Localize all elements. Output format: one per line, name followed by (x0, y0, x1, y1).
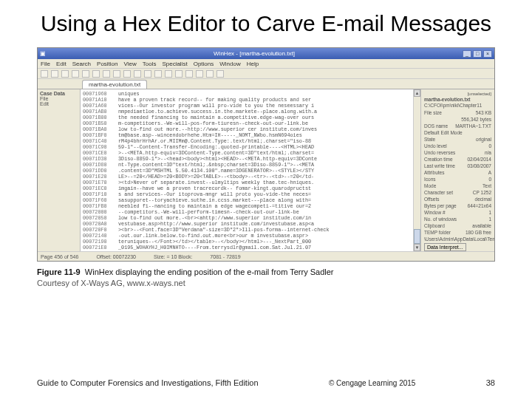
offset-col: 00071EC0 (83, 185, 118, 191)
toolbar-icon[interactable] (113, 70, 120, 78)
figure-courtesy: Courtesy of X-Ways AG, www.x-ways.net (37, 279, 495, 287)
close-button[interactable]: × (483, 50, 492, 58)
minimize-button[interactable]: _ (463, 50, 471, 58)
menu-search[interactable]: Search (72, 61, 91, 67)
toolbar-icon[interactable] (175, 70, 183, 78)
toolbar-icon[interactable] (206, 70, 214, 78)
hex-row[interactable]: 00071960uniques (83, 91, 411, 97)
data-interpreter-button[interactable]: Data Interpret... (424, 243, 466, 251)
offset-col: 00072000 (83, 209, 118, 215)
toolbar-icon[interactable] (92, 70, 100, 78)
text-col: .content=3D"MSHTML 5.50.4134.100".name=3… (118, 168, 411, 174)
toolbar-icon[interactable] (196, 70, 203, 78)
maximize-button[interactable]: □ (473, 50, 482, 58)
offset-col: 00072050 (83, 215, 118, 221)
toolbar-icon[interactable] (134, 70, 141, 78)
detail-key: Icons (424, 176, 436, 183)
detail-value: 02/04/2014 (467, 156, 491, 163)
detail-row: Clipboardavailable (424, 222, 491, 229)
toolbar-icon[interactable] (154, 70, 162, 78)
hex-row[interactable]: 000720F0><br>--<Font.face=3D"Verdana"-si… (83, 227, 411, 233)
hex-row[interactable]: 00071B50m-competitoers.-We-will-pos-form… (83, 120, 411, 126)
detail-value: \Users\Admin\AppData\Local\Temp (424, 236, 494, 242)
text-col: low to-find out more.--http://www.superi… (118, 126, 411, 132)
menu-window[interactable]: Window (219, 61, 240, 67)
hex-row[interactable]: 00071E20LE>--=20</HEAD>=20<BODY>=20<TABL… (83, 174, 411, 180)
vertical-scrollbar[interactable]: ▲ ▼ (413, 89, 420, 251)
hex-row[interactable]: 00071CE0>--<META.http-equiv=3DContent-Ty… (83, 150, 411, 156)
menu-file[interactable]: File (41, 61, 50, 67)
hex-row[interactable]: 00071D80nt-Type.content=3D"text/html;.&n… (83, 162, 411, 168)
offset-col: 00071B50 (83, 120, 118, 126)
hex-row[interactable]: 00071C40rM4p4bhrHrhAr.or.MIIMm@.Content.… (83, 138, 411, 144)
toolbar-icon[interactable] (82, 70, 89, 78)
footer-page: 38 (486, 378, 495, 387)
hex-row[interactable]: 00071DD0.content=3D"MSHTML 5.50.4134.100… (83, 168, 411, 174)
toolbar-icon[interactable] (123, 70, 131, 78)
detail-row: Offsetsdecimal (424, 196, 491, 202)
toolbar-icon[interactable] (165, 70, 172, 78)
hex-row[interactable]: 00071C9059-1"--Content-Transfer-Encoding… (83, 144, 411, 150)
menu-view[interactable]: View (124, 61, 137, 67)
app-icon: ▣ (40, 50, 46, 57)
menu-specialist[interactable]: Specialist (162, 61, 187, 67)
hex-row[interactable]: 00071A10have a proven track record-- for… (83, 97, 411, 103)
status-size-label: Size: (154, 254, 166, 259)
menu-edit[interactable]: Edit (56, 61, 66, 67)
hex-row[interactable]: 00071BF0tm@base.asp--wincendobrhehe.Htm=… (83, 132, 411, 138)
scroll-up-icon[interactable]: ▲ (414, 89, 420, 97)
menu-position[interactable]: Position (97, 61, 117, 67)
slide-title: Using a Hex Editor to Carve E-mail Messa… (0, 0, 532, 41)
file-tab[interactable]: martha-evolution.txt (82, 80, 147, 89)
toolbar-icon[interactable] (72, 70, 79, 78)
hex-row[interactable]: 00071EC0imgain--have we a proven tracrec… (83, 185, 411, 191)
detail-row: Stateoriginal (424, 136, 491, 143)
hex-row[interactable]: 00071D303Diso-8859-1">--<head><body><htm… (83, 156, 411, 162)
hex-row[interactable]: 000721E0_0195_WOHAYHJ_H0IMNHTO----From.t… (83, 245, 411, 250)
toolbar-icon[interactable] (103, 70, 110, 78)
left-item[interactable]: Edit (40, 101, 78, 106)
scroll-thumb[interactable] (414, 229, 420, 244)
text-col: _0195_WOHAYHJ_H0IMNHTO----From.terrysdlr… (118, 245, 411, 250)
detail-row: Bytes per page644=21x64 (424, 202, 491, 209)
hex-row[interactable]: 00071F10s and services--Our itoprova-mng… (83, 191, 411, 197)
detail-row: AttributesA (424, 169, 491, 176)
hex-row[interactable]: 00071F60sasupporet--toryachieve.suthe.in… (83, 197, 411, 203)
hex-row[interactable]: 00071BA0low to-find out more.--http://ww… (83, 126, 411, 132)
hex-row[interactable]: 000720A0vestubase.asp>http://www.superio… (83, 221, 411, 227)
offset-col: 000720A0 (83, 221, 118, 227)
hex-row[interactable]: 00072000--competitors.-We-will-perform-t… (83, 209, 411, 215)
toolbar-icon[interactable] (41, 70, 48, 78)
hex-row[interactable]: 00071FB0neebled fi--nancing to maintain … (83, 203, 411, 209)
text-col: teruniques--</Font></td></table>--</body… (118, 239, 411, 245)
scroll-down-icon[interactable]: ▼ (414, 244, 420, 251)
menu-tools[interactable]: Tools (143, 61, 157, 67)
slide-footer: Guide to Computer Forensics and Investig… (0, 378, 532, 387)
text-col: 59-1"--Content-Transfer-Encoding:.quoted… (118, 144, 411, 150)
hex-view[interactable]: 00071960uniques00071A10have a proven tra… (81, 89, 413, 251)
offset-col: 00072140 (83, 233, 118, 239)
status-offset-label: Offset: (96, 254, 112, 259)
toolbar-icon[interactable] (185, 70, 193, 78)
toolbar-icon[interactable] (144, 70, 151, 78)
detail-folder: C:\CFOI\pm\niki\Chapter11 (424, 103, 491, 108)
detail-value: Text (482, 183, 491, 189)
detail-value: CP 1252 (473, 189, 491, 196)
hex-row[interactable]: 00072140-out.our.link.below.to-find.out.… (83, 233, 411, 239)
detail-row: Default Edit Mode (424, 129, 491, 136)
hex-row[interactable]: 00071E70><td>Never of separate.invest--u… (83, 180, 411, 185)
text-col: vices--Our investor program will pro-vid… (118, 103, 411, 109)
text-col: LE>--=20</HEAD>=20<BODY>=20<TABLE>--<tbo… (118, 174, 411, 180)
toolbar-icon[interactable] (216, 70, 224, 78)
hex-row[interactable]: 00071AB0nmpediaetloe.to.achieve.success.… (83, 109, 411, 115)
hex-row[interactable]: 00072050low to-find out more.-<br><ahttp… (83, 215, 411, 221)
menu-options[interactable]: Options (194, 61, 214, 67)
hex-row[interactable]: 00071B00the needed financing to maintain… (83, 115, 411, 120)
toolbar-icon[interactable] (51, 70, 58, 78)
hex-row[interactable]: 00071A60vices--Our investor program will… (83, 103, 411, 109)
status-block: 7081 - 72819 (210, 254, 240, 259)
toolbar-icon[interactable] (61, 70, 69, 78)
hex-row[interactable]: 00072190teruniques--</Font></td></table>… (83, 239, 411, 245)
left-item[interactable]: File (40, 96, 78, 101)
menu-help[interactable]: Help (247, 61, 259, 67)
